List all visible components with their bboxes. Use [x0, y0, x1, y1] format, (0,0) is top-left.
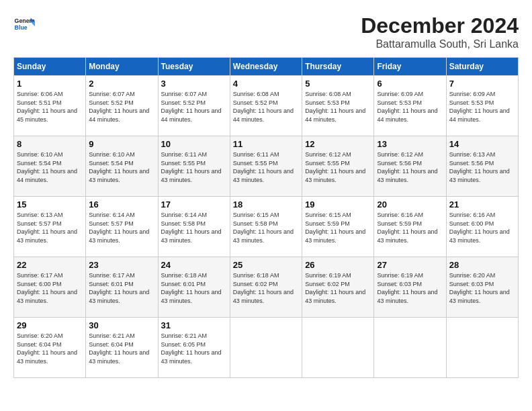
- weekday-header-wednesday: Wednesday: [230, 58, 302, 76]
- calendar-cell: 14Sunrise: 6:13 AMSunset: 5:56 PMDayligh…: [446, 136, 518, 197]
- day-number: 29: [17, 320, 83, 330]
- weekday-header-saturday: Saturday: [446, 58, 518, 76]
- calendar-cell: 19Sunrise: 6:15 AMSunset: 5:59 PMDayligh…: [302, 197, 374, 257]
- day-number: 20: [377, 199, 443, 210]
- day-number: 19: [305, 199, 371, 210]
- calendar-cell: 16Sunrise: 6:14 AMSunset: 5:57 PMDayligh…: [86, 197, 158, 257]
- calendar-cell: 2Sunrise: 6:07 AMSunset: 5:52 PMDaylight…: [86, 76, 158, 136]
- day-info: Sunrise: 6:10 AMSunset: 5:54 PMDaylight:…: [89, 150, 154, 184]
- day-info: Sunrise: 6:06 AMSunset: 5:51 PMDaylight:…: [17, 90, 83, 124]
- calendar-cell: 9Sunrise: 6:10 AMSunset: 5:54 PMDaylight…: [86, 136, 158, 197]
- day-number: 4: [233, 79, 299, 89]
- calendar-table: SundayMondayTuesdayWednesdayThursdayFrid…: [13, 57, 519, 378]
- day-number: 24: [161, 260, 227, 270]
- day-number: 28: [449, 260, 515, 270]
- day-info: Sunrise: 6:11 AMSunset: 5:55 PMDaylight:…: [233, 150, 299, 184]
- day-number: 21: [449, 199, 515, 210]
- calendar-cell: 28Sunrise: 6:20 AMSunset: 6:03 PMDayligh…: [446, 257, 518, 318]
- day-info: Sunrise: 6:20 AMSunset: 6:04 PMDaylight:…: [17, 332, 83, 365]
- day-info: Sunrise: 6:08 AMSunset: 5:53 PMDaylight:…: [305, 90, 371, 124]
- logo-icon: General Blue: [13, 13, 35, 35]
- weekday-header-friday: Friday: [374, 58, 446, 76]
- calendar-cell: 25Sunrise: 6:18 AMSunset: 6:02 PMDayligh…: [230, 257, 302, 318]
- day-number: 16: [89, 199, 154, 210]
- calendar-cell: 17Sunrise: 6:14 AMSunset: 5:58 PMDayligh…: [158, 197, 230, 257]
- day-info: Sunrise: 6:21 AMSunset: 6:04 PMDaylight:…: [89, 332, 154, 365]
- day-number: 8: [17, 139, 83, 149]
- week-row-3: 15Sunrise: 6:13 AMSunset: 5:57 PMDayligh…: [14, 197, 519, 257]
- day-info: Sunrise: 6:21 AMSunset: 6:05 PMDaylight:…: [161, 332, 227, 365]
- day-number: 31: [161, 320, 227, 330]
- weekday-header-tuesday: Tuesday: [158, 58, 230, 76]
- calendar-cell: 29Sunrise: 6:20 AMSunset: 6:04 PMDayligh…: [14, 318, 86, 378]
- calendar-cell: 8Sunrise: 6:10 AMSunset: 5:54 PMDaylight…: [14, 136, 86, 197]
- day-number: 15: [17, 199, 83, 210]
- week-row-5: 29Sunrise: 6:20 AMSunset: 6:04 PMDayligh…: [14, 318, 519, 378]
- day-info: Sunrise: 6:12 AMSunset: 5:56 PMDaylight:…: [377, 150, 443, 184]
- calendar-cell: [302, 318, 374, 378]
- day-info: Sunrise: 6:09 AMSunset: 5:53 PMDaylight:…: [449, 90, 515, 124]
- calendar-cell: 11Sunrise: 6:11 AMSunset: 5:55 PMDayligh…: [230, 136, 302, 197]
- day-info: Sunrise: 6:20 AMSunset: 6:03 PMDaylight:…: [449, 271, 515, 305]
- day-info: Sunrise: 6:14 AMSunset: 5:58 PMDaylight:…: [161, 211, 227, 244]
- calendar-cell: 4Sunrise: 6:08 AMSunset: 5:52 PMDaylight…: [230, 76, 302, 136]
- calendar-cell: 7Sunrise: 6:09 AMSunset: 5:53 PMDaylight…: [446, 76, 518, 136]
- svg-text:Blue: Blue: [15, 24, 28, 31]
- title-area: December 2024 Battaramulla South, Sri La…: [361, 13, 519, 50]
- day-info: Sunrise: 6:07 AMSunset: 5:52 PMDaylight:…: [89, 90, 154, 124]
- day-number: 14: [449, 139, 515, 149]
- calendar-cell: 15Sunrise: 6:13 AMSunset: 5:57 PMDayligh…: [14, 197, 86, 257]
- calendar-cell: 24Sunrise: 6:18 AMSunset: 6:01 PMDayligh…: [158, 257, 230, 318]
- day-info: Sunrise: 6:09 AMSunset: 5:53 PMDaylight:…: [377, 90, 443, 124]
- calendar-cell: [230, 318, 302, 378]
- page-header: General Blue December 2024 Battaramulla …: [13, 13, 519, 50]
- calendar-cell: 26Sunrise: 6:19 AMSunset: 6:02 PMDayligh…: [302, 257, 374, 318]
- weekday-header-monday: Monday: [86, 58, 158, 76]
- calendar-cell: 22Sunrise: 6:17 AMSunset: 6:00 PMDayligh…: [14, 257, 86, 318]
- day-number: 26: [305, 260, 371, 270]
- calendar-subtitle: Battaramulla South, Sri Lanka: [361, 38, 519, 50]
- calendar-cell: 6Sunrise: 6:09 AMSunset: 5:53 PMDaylight…: [374, 76, 446, 136]
- day-number: 13: [377, 139, 443, 149]
- day-info: Sunrise: 6:19 AMSunset: 6:03 PMDaylight:…: [377, 271, 443, 305]
- week-row-1: 1Sunrise: 6:06 AMSunset: 5:51 PMDaylight…: [14, 76, 519, 136]
- week-row-2: 8Sunrise: 6:10 AMSunset: 5:54 PMDaylight…: [14, 136, 519, 197]
- day-info: Sunrise: 6:15 AMSunset: 5:58 PMDaylight:…: [233, 211, 299, 244]
- day-number: 11: [233, 139, 299, 149]
- day-info: Sunrise: 6:18 AMSunset: 6:01 PMDaylight:…: [161, 271, 227, 305]
- logo: General Blue: [13, 13, 35, 35]
- day-number: 9: [89, 139, 154, 149]
- day-info: Sunrise: 6:13 AMSunset: 5:57 PMDaylight:…: [17, 211, 83, 244]
- day-info: Sunrise: 6:10 AMSunset: 5:54 PMDaylight:…: [17, 150, 83, 184]
- calendar-cell: 5Sunrise: 6:08 AMSunset: 5:53 PMDaylight…: [302, 76, 374, 136]
- calendar-cell: 13Sunrise: 6:12 AMSunset: 5:56 PMDayligh…: [374, 136, 446, 197]
- day-number: 6: [377, 79, 443, 89]
- day-info: Sunrise: 6:18 AMSunset: 6:02 PMDaylight:…: [233, 271, 299, 305]
- day-info: Sunrise: 6:14 AMSunset: 5:57 PMDaylight:…: [89, 211, 154, 244]
- calendar-cell: 20Sunrise: 6:16 AMSunset: 5:59 PMDayligh…: [374, 197, 446, 257]
- weekday-header-sunday: Sunday: [14, 58, 86, 76]
- weekday-header-row: SundayMondayTuesdayWednesdayThursdayFrid…: [14, 58, 519, 76]
- day-number: 1: [17, 79, 83, 89]
- calendar-cell: 18Sunrise: 6:15 AMSunset: 5:58 PMDayligh…: [230, 197, 302, 257]
- calendar-cell: [374, 318, 446, 378]
- day-number: 10: [161, 139, 227, 149]
- calendar-cell: 30Sunrise: 6:21 AMSunset: 6:04 PMDayligh…: [86, 318, 158, 378]
- day-number: 22: [17, 260, 83, 270]
- day-number: 2: [89, 79, 154, 89]
- calendar-cell: 1Sunrise: 6:06 AMSunset: 5:51 PMDaylight…: [14, 76, 86, 136]
- day-number: 17: [161, 199, 227, 210]
- calendar-cell: 10Sunrise: 6:11 AMSunset: 5:55 PMDayligh…: [158, 136, 230, 197]
- day-info: Sunrise: 6:17 AMSunset: 6:00 PMDaylight:…: [17, 271, 83, 305]
- day-info: Sunrise: 6:13 AMSunset: 5:56 PMDaylight:…: [449, 150, 515, 184]
- day-number: 25: [233, 260, 299, 270]
- day-number: 23: [89, 260, 154, 270]
- calendar-cell: 27Sunrise: 6:19 AMSunset: 6:03 PMDayligh…: [374, 257, 446, 318]
- day-number: 18: [233, 199, 299, 210]
- day-number: 7: [449, 79, 515, 89]
- week-row-4: 22Sunrise: 6:17 AMSunset: 6:00 PMDayligh…: [14, 257, 519, 318]
- calendar-cell: 3Sunrise: 6:07 AMSunset: 5:52 PMDaylight…: [158, 76, 230, 136]
- day-number: 5: [305, 79, 371, 89]
- day-info: Sunrise: 6:19 AMSunset: 6:02 PMDaylight:…: [305, 271, 371, 305]
- day-info: Sunrise: 6:11 AMSunset: 5:55 PMDaylight:…: [161, 150, 227, 184]
